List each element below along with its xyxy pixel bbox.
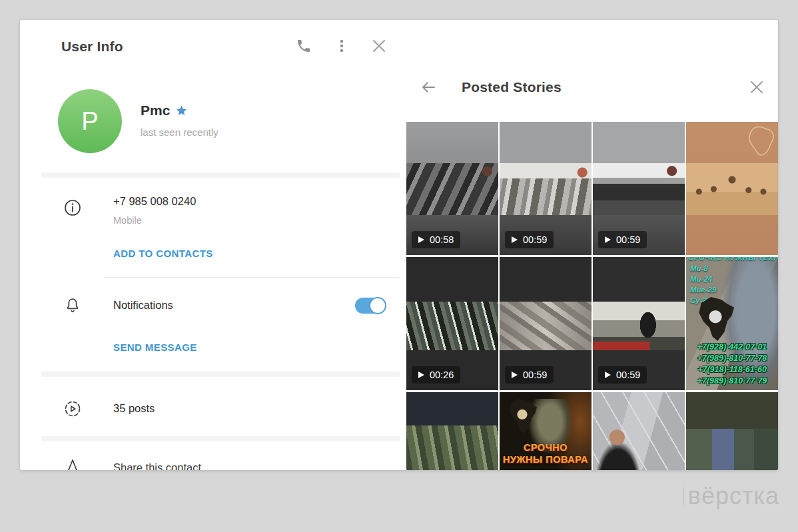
- duration-badge: 00:59: [598, 231, 647, 248]
- phone-label: Mobile: [113, 215, 142, 226]
- verified-star-icon: [175, 105, 188, 117]
- phone-line: +7(918)-118-61-60: [687, 364, 777, 376]
- phone-line: +7(989)-810-77-79: [687, 376, 777, 387]
- posted-stories-panel: Posted Stories 00:58 00:59 00:59: [400, 20, 778, 470]
- play-icon: [512, 372, 518, 378]
- watermark: вёрстка: [683, 482, 779, 510]
- bell-icon: [64, 297, 81, 314]
- telegram-window: User Info P Pmc last seen recently: [20, 20, 778, 470]
- close-icon: [749, 79, 765, 95]
- posts-count[interactable]: 35 posts: [113, 402, 155, 415]
- story-thumb[interactable]: [593, 392, 685, 470]
- section-divider: [41, 436, 400, 441]
- info-icon: [64, 199, 81, 216]
- back-arrow-icon: [420, 79, 437, 96]
- section-divider: [41, 172, 400, 178]
- notifications-label: Notifications: [113, 299, 173, 312]
- play-icon: [418, 236, 424, 243]
- stories-grid: 00:58 00:59 00:59 00:26: [406, 122, 778, 470]
- close-stories-button[interactable]: [747, 77, 767, 97]
- phone-number[interactable]: +7 985 008 0240: [113, 195, 196, 208]
- play-icon: [512, 236, 518, 243]
- play-icon: [605, 236, 611, 243]
- story-thumb[interactable]: СРОЧНО НУЖНЫ ПОВАРА: [500, 392, 592, 470]
- watermark-bar: [683, 487, 684, 505]
- notifications-toggle[interactable]: [355, 298, 386, 314]
- close-user-info-button[interactable]: [369, 36, 389, 56]
- africa-outline-icon: [745, 125, 775, 159]
- phone-list: +7(928)-442-07-01 +7(989)-810-77-78 +7(9…: [687, 342, 777, 387]
- section-divider: [41, 372, 400, 377]
- toggle-knob: [369, 297, 386, 314]
- play-icon: [418, 372, 424, 378]
- send-message-link[interactable]: SEND MESSAGE: [113, 342, 197, 353]
- duration-badge: 00:59: [505, 231, 554, 248]
- story-thumb[interactable]: [686, 122, 778, 255]
- duration-badge: 00:59: [505, 366, 554, 384]
- status-text: last seen recently: [141, 127, 218, 138]
- aircraft-line: Ми-8: [690, 263, 716, 274]
- aircraft-line: Миг-29: [690, 284, 716, 295]
- inset-divider: [104, 277, 400, 278]
- story-thumb[interactable]: СРОЧНО НУЖНЫ ТЕХНИКИ Ми-8 Ми-24 Миг-29 С…: [686, 257, 778, 390]
- story-thumb[interactable]: [686, 392, 778, 470]
- story-thumb[interactable]: 00:59: [500, 257, 592, 390]
- avatar[interactable]: P: [58, 89, 122, 153]
- profile-name: Pmc: [141, 103, 188, 119]
- story-thumb[interactable]: 00:26: [406, 257, 498, 390]
- back-button[interactable]: [418, 77, 438, 97]
- poster-headline: СРОЧНО НУЖНЫ ТЕХНИКИ: [688, 257, 777, 262]
- story-thumb[interactable]: [406, 392, 498, 470]
- share-contact-icon: [64, 458, 81, 470]
- phone-line: +7(928)-442-07-01: [687, 342, 777, 353]
- duration-badge: 00:58: [412, 231, 460, 248]
- aircraft-line: Ми-24: [690, 274, 716, 284]
- story-thumb[interactable]: 00:58: [406, 122, 498, 255]
- user-info-title: User Info: [61, 39, 123, 55]
- share-contact-label[interactable]: Share this contact: [113, 461, 201, 470]
- stories-title: Posted Stories: [462, 79, 562, 95]
- user-info-panel: User Info P Pmc last seen recently: [20, 20, 400, 470]
- duration-badge: 00:59: [598, 366, 647, 384]
- avatar-initial: P: [81, 107, 98, 136]
- call-button[interactable]: [294, 36, 314, 56]
- phone-icon: [296, 38, 312, 54]
- add-to-contacts-link[interactable]: ADD TO CONTACTS: [113, 248, 213, 259]
- play-icon: [605, 372, 611, 378]
- story-thumb[interactable]: 00:59: [593, 122, 685, 255]
- posts-icon: [64, 400, 81, 417]
- more-options-button[interactable]: [332, 36, 352, 56]
- kebab-menu-icon: [335, 39, 348, 53]
- close-icon: [371, 38, 387, 54]
- duration-badge: 00:26: [412, 366, 460, 384]
- story-thumb[interactable]: 00:59: [593, 257, 685, 390]
- poster-caption: СРОЧНО НУЖНЫ ПОВАРА: [502, 441, 589, 465]
- phone-line: +7(989)-810-77-78: [687, 353, 777, 364]
- story-thumb[interactable]: 00:59: [500, 122, 592, 255]
